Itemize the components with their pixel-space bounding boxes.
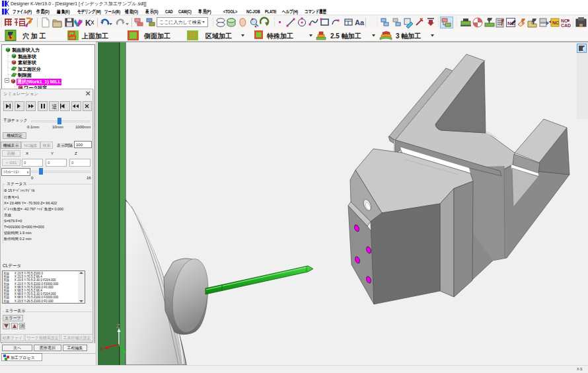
svg-text:K: K: [85, 19, 91, 28]
svg-text:Z: Z: [116, 323, 120, 329]
svg-text:NC: NC: [552, 21, 559, 25]
svg-text:逆: 逆: [52, 104, 57, 110]
svg-text:Aa: Aa: [355, 19, 365, 26]
svg-text:CAD: CAD: [561, 23, 571, 28]
svg-text:Y: Y: [122, 354, 126, 361]
svg-text:NC: NC: [561, 19, 568, 23]
svg-text:X: X: [100, 346, 104, 352]
svg-text:ここに入力して検索: ここに入力して検索: [159, 20, 202, 25]
